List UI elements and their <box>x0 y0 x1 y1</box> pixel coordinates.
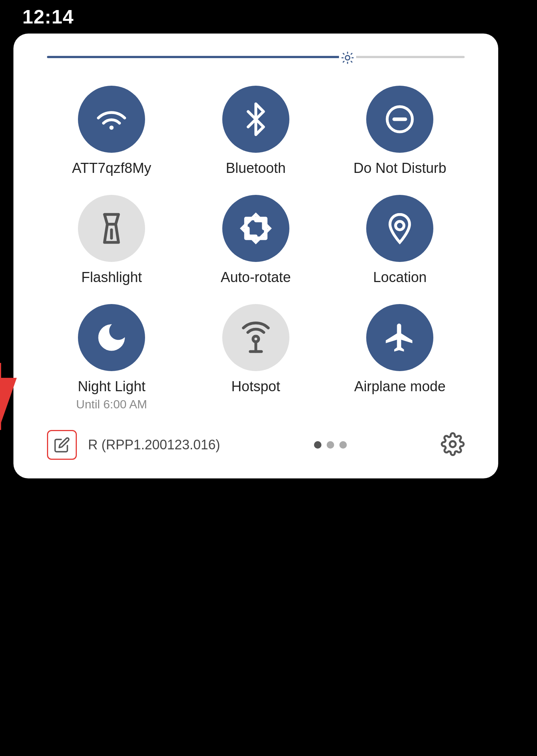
tile-label-night-light: Night Light <box>78 379 145 395</box>
tile-location[interactable]: Location <box>332 195 468 285</box>
location-icon <box>383 212 417 245</box>
tile-circle-location[interactable] <box>366 195 433 262</box>
tile-flashlight[interactable]: Flashlight <box>43 195 180 285</box>
svg-point-20 <box>450 441 456 447</box>
bottom-left: R (RPP1.200123.016) <box>47 430 220 460</box>
tile-circle-flashlight[interactable] <box>78 195 145 262</box>
airplane-icon <box>383 321 417 354</box>
tile-sublabel-night-light: Until 6:00 AM <box>76 398 147 411</box>
tile-circle-hotspot[interactable] <box>222 304 289 371</box>
svg-point-16 <box>396 221 404 230</box>
page-dot-2[interactable] <box>339 441 347 449</box>
brightness-row[interactable] <box>43 56 468 60</box>
page-dot-0[interactable] <box>314 441 321 449</box>
tiles-grid: ATT7qzf8My Bluetooth Do Not Disturb <box>43 86 468 411</box>
bottom-bar: R (RPP1.200123.016) <box>43 430 468 460</box>
svg-line-5 <box>343 53 344 54</box>
flashlight-icon <box>95 212 128 245</box>
tile-circle-wifi[interactable] <box>78 86 145 153</box>
tile-label-bluetooth: Bluetooth <box>226 160 286 176</box>
tile-do-not-disturb[interactable]: Do Not Disturb <box>332 86 468 176</box>
svg-line-9 <box>343 61 344 62</box>
edit-button[interactable] <box>47 430 77 460</box>
svg-line-6 <box>351 61 352 62</box>
brightness-thumb <box>339 49 356 66</box>
bluetooth-icon <box>239 102 273 136</box>
tile-label-location: Location <box>373 269 427 285</box>
tile-wifi[interactable]: ATT7qzf8My <box>43 86 180 176</box>
tile-label-flashlight: Flashlight <box>81 269 142 285</box>
tile-label-do-not-disturb: Do Not Disturb <box>354 160 446 176</box>
tile-airplane-mode[interactable]: Airplane mode <box>332 304 468 411</box>
tile-bluetooth[interactable]: Bluetooth <box>188 86 324 176</box>
rotate-icon <box>239 212 273 245</box>
tile-circle-bluetooth[interactable] <box>222 86 289 153</box>
tile-label-hotspot: Hotspot <box>231 379 280 395</box>
settings-button[interactable] <box>441 432 465 458</box>
page-dots <box>314 441 347 449</box>
tile-circle-night-light[interactable] <box>78 304 145 371</box>
hotspot-icon <box>239 321 273 354</box>
tile-hotspot[interactable]: Hotspot <box>188 304 324 411</box>
tile-circle-auto-rotate[interactable] <box>222 195 289 262</box>
annotation-arrow <box>0 359 43 441</box>
moon-icon <box>95 321 128 354</box>
quick-settings-panel: ATT7qzf8My Bluetooth Do Not Disturb <box>13 34 498 478</box>
svg-line-10 <box>351 53 352 54</box>
settings-icon <box>441 432 465 456</box>
page-dot-1[interactable] <box>327 441 334 449</box>
brightness-slider[interactable] <box>47 56 465 60</box>
tile-label-wifi: ATT7qzf8My <box>72 160 151 176</box>
build-info: R (RPP1.200123.016) <box>88 437 220 453</box>
status-bar: 12:14 <box>0 0 537 34</box>
edit-icon <box>54 437 70 453</box>
sun-icon <box>341 51 354 64</box>
tile-label-airplane-mode: Airplane mode <box>354 379 446 395</box>
tile-auto-rotate[interactable]: Auto-rotate <box>188 195 324 285</box>
tile-circle-airplane-mode[interactable] <box>366 304 433 371</box>
svg-point-2 <box>345 56 350 60</box>
tile-night-light[interactable]: Night LightUntil 6:00 AM <box>43 304 180 411</box>
panel-wrapper: ATT7qzf8My Bluetooth Do Not Disturb <box>13 34 524 478</box>
tile-label-auto-rotate: Auto-rotate <box>221 269 291 285</box>
brightness-fill <box>47 56 348 58</box>
brightness-track <box>47 56 465 58</box>
wifi-icon <box>95 102 128 136</box>
status-time: 12:14 <box>22 6 74 28</box>
tile-circle-do-not-disturb[interactable] <box>366 86 433 153</box>
svg-marker-15 <box>239 212 273 245</box>
dnd-icon <box>383 102 417 136</box>
